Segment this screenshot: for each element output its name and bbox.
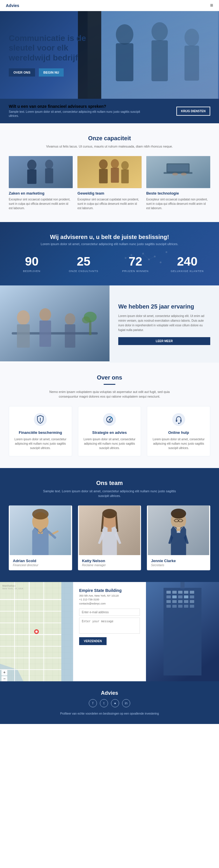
svg-rect-81 xyxy=(177,528,181,531)
capacity-image-1 xyxy=(9,156,73,188)
team-card-2: Katty Nelson Reclame manager xyxy=(78,505,141,570)
stat-4: 240 GELUKKIGE KLANTEN xyxy=(164,254,211,273)
team-photo-1 xyxy=(9,505,72,555)
team-role-2: Reclame manager xyxy=(82,564,137,567)
message-input[interactable] xyxy=(79,618,140,634)
svg-rect-102 xyxy=(172,591,177,594)
svg-rect-61 xyxy=(176,420,177,422)
team-card-1: Adrian Scold Financieel directeur xyxy=(9,505,72,570)
instagram-icon[interactable]: ● xyxy=(111,699,119,707)
svg-rect-23 xyxy=(167,164,189,172)
svg-point-25 xyxy=(181,173,187,175)
over-ons-button[interactable]: OVER ONS xyxy=(9,68,35,76)
svg-rect-111 xyxy=(166,600,171,603)
team-role-1: Financieel directeur xyxy=(13,564,68,567)
svg-text:−: − xyxy=(3,676,5,681)
svg-point-70 xyxy=(102,509,117,518)
facebook-icon[interactable]: f xyxy=(89,699,97,707)
experience-images xyxy=(0,285,110,363)
capacity-section: Onze capaciteit Vivamus ut felis lacus. … xyxy=(0,123,219,222)
headset-icon xyxy=(171,412,186,427)
svg-rect-17 xyxy=(111,168,119,183)
svg-rect-46 xyxy=(65,324,75,348)
svg-point-33 xyxy=(165,251,167,253)
capacity-grid: Zaken en marketing Excepteur sint occaec… xyxy=(9,156,210,210)
hero-title: Communicatie is de sleutel voor elk were… xyxy=(9,33,93,63)
svg-rect-15 xyxy=(99,169,108,183)
svg-rect-104 xyxy=(184,591,188,594)
team-info-3: Jennie Clarke Secretaris xyxy=(147,555,210,570)
svg-rect-112 xyxy=(172,600,177,603)
stat-3-label: PRIJZEN WINNEN xyxy=(113,270,159,273)
team-name-1: Adrian Scold xyxy=(13,559,68,563)
svg-point-5 xyxy=(184,29,199,46)
team-photo-2 xyxy=(78,505,141,555)
svg-rect-120 xyxy=(190,605,194,608)
contact-map[interactable]: Manhattan New York, NY, USA xyxy=(0,582,73,681)
svg-point-56 xyxy=(109,419,110,420)
svg-point-18 xyxy=(121,161,129,170)
building-svg xyxy=(146,582,219,681)
stats-grid: 90 BEDRIJVEN 25 ONZE CNSULTANTS 72 PRIJZ… xyxy=(9,254,210,273)
experience-image xyxy=(0,285,110,362)
contact-section: Manhattan New York, NY, USA xyxy=(0,582,219,681)
svg-rect-42 xyxy=(17,324,30,348)
svg-point-45 xyxy=(65,313,75,325)
svg-rect-8 xyxy=(9,156,73,188)
over-card-3: Online hulp Lorem ipsum dolor sit amet, … xyxy=(147,406,210,456)
stat-2-label: ONZE CNSULTANTS xyxy=(61,270,107,273)
capacity-item-3: Beste technologie Excepteur sint occaeca… xyxy=(146,156,210,210)
svg-rect-13 xyxy=(77,156,141,188)
over-section: Over ons Nemo enim ipsam voluptatem quia… xyxy=(0,363,219,468)
capacity-item-1-title: Zaken en marketing xyxy=(9,191,73,195)
svg-rect-116 xyxy=(166,605,171,608)
svg-rect-60 xyxy=(172,413,185,426)
banner-sub: Sample text. Lorem ipsum dolor sit amet,… xyxy=(9,110,149,118)
strategie-advies-icon xyxy=(103,413,116,426)
svg-rect-58 xyxy=(109,420,110,422)
svg-rect-118 xyxy=(178,605,183,608)
over-card-1-title: Financiële bescherming xyxy=(14,430,67,435)
leer-meer-button[interactable]: LEER MEER xyxy=(118,337,210,345)
experience-section: We hebben 25 jaar ervaring Lorem ipsum d… xyxy=(0,285,219,363)
capacity-item-2: Geweldig team Excepteur sint occaecat cu… xyxy=(77,156,141,210)
svg-rect-106 xyxy=(166,595,171,598)
experience-title: We hebben 25 jaar ervaring xyxy=(118,303,210,310)
team-member-1-image xyxy=(9,505,72,555)
footer-logo: Advies xyxy=(9,690,210,696)
svg-text:+: + xyxy=(3,670,5,675)
email-input[interactable] xyxy=(79,609,140,616)
begin-nu-button[interactable]: BEGIN NU xyxy=(39,68,64,76)
map-svg: + − xyxy=(0,582,73,681)
over-card-2-title: Strategie en advies xyxy=(83,430,136,435)
twitter-icon[interactable]: t xyxy=(100,699,108,707)
hamburger-icon[interactable]: ≡ xyxy=(210,2,213,8)
svg-rect-39 xyxy=(0,285,110,362)
stat-1-label: BEDRIJVEN xyxy=(9,270,55,273)
svg-point-41 xyxy=(17,310,30,325)
svg-rect-57 xyxy=(108,421,108,422)
over-divider xyxy=(104,384,115,385)
banner-title: Wilt u een van onze financieel adviseurs… xyxy=(9,104,149,109)
svg-point-74 xyxy=(171,509,186,519)
svg-rect-107 xyxy=(172,595,177,598)
team-title: Ons team xyxy=(9,480,210,487)
over-card-3-title: Online hulp xyxy=(152,430,205,435)
team-sub: Sample text. Lorem ipsum dolor sit amet,… xyxy=(39,489,180,498)
svg-point-94 xyxy=(35,630,38,633)
over-card-2-text: Lorem ipsum dolor sit amet, consectetur … xyxy=(83,437,136,450)
stat-2: 25 ONZE CNSULTANTS xyxy=(61,254,107,273)
over-grid: Financiële bescherming Lorem ipsum dolor… xyxy=(9,406,210,456)
capacity-item-1-text: Excepteur sint occaecat cupidatat non pr… xyxy=(9,197,73,210)
linkedin-icon[interactable]: in xyxy=(122,699,130,707)
verzenden-button[interactable]: VERZENDEN xyxy=(79,637,106,645)
svg-rect-114 xyxy=(184,600,188,603)
financiele-bescherming-icon xyxy=(34,413,47,426)
hero-content: Communicatie is de sleutel voor elk were… xyxy=(0,25,102,86)
krijg-diensten-button[interactable]: KRIJG DIENSTEN xyxy=(176,106,210,116)
svg-point-52 xyxy=(40,421,41,422)
capacity-item-2-text: Excepteur sint occaecat cupidatat non pr… xyxy=(77,197,141,210)
svg-rect-103 xyxy=(178,591,183,594)
svg-rect-6 xyxy=(184,45,199,81)
svg-rect-105 xyxy=(190,591,194,594)
